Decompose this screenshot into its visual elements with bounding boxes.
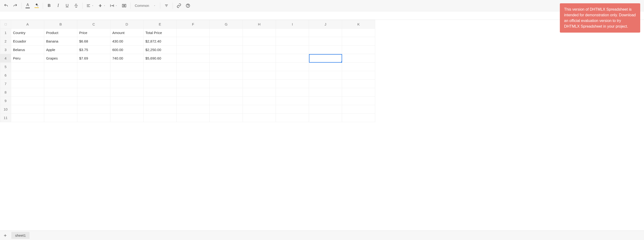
cell[interactable] <box>342 114 375 122</box>
cell[interactable] <box>243 63 276 71</box>
underline-button[interactable]: U <box>63 1 72 10</box>
cell[interactable] <box>144 105 176 114</box>
cell[interactable] <box>77 63 110 71</box>
cell[interactable] <box>342 37 375 46</box>
cell[interactable] <box>176 88 210 97</box>
italic-button[interactable]: I <box>54 1 62 10</box>
strikethrough-button[interactable] <box>72 1 80 10</box>
cell[interactable] <box>44 63 77 71</box>
cell[interactable] <box>110 105 144 114</box>
column-header[interactable]: A <box>11 20 44 28</box>
cell[interactable] <box>44 114 77 122</box>
cell[interactable] <box>309 28 342 37</box>
row-header[interactable]: 6 <box>0 71 11 80</box>
cell[interactable] <box>144 88 176 97</box>
cell[interactable] <box>44 88 77 97</box>
cell[interactable] <box>309 97 342 105</box>
row-header[interactable]: 1 <box>0 28 11 37</box>
cell[interactable] <box>110 88 144 97</box>
cell[interactable] <box>276 80 309 88</box>
cell[interactable] <box>276 114 309 122</box>
cell[interactable]: Banana <box>44 37 77 46</box>
cell[interactable] <box>210 46 243 54</box>
column-header[interactable]: F <box>176 20 210 28</box>
cell[interactable] <box>309 88 342 97</box>
cell[interactable]: Total Price <box>144 28 176 37</box>
cell[interactable]: $3.75 <box>77 46 110 54</box>
cell[interactable] <box>243 97 276 105</box>
cell[interactable] <box>44 97 77 105</box>
cell[interactable] <box>144 97 176 105</box>
cell[interactable] <box>44 71 77 80</box>
bold-button[interactable]: B <box>45 1 54 10</box>
cell[interactable] <box>210 114 243 122</box>
cell[interactable]: $5,690.60 <box>144 54 176 63</box>
cell[interactable]: 430.00 <box>110 37 144 46</box>
column-header[interactable]: I <box>276 20 309 28</box>
help-button[interactable] <box>184 1 192 10</box>
cell[interactable] <box>11 114 44 122</box>
row-header[interactable]: 9 <box>0 97 11 105</box>
cell[interactable] <box>309 105 342 114</box>
cell[interactable] <box>176 80 210 88</box>
cell[interactable] <box>309 46 342 54</box>
cell[interactable] <box>11 71 44 80</box>
formula-bar[interactable] <box>0 11 644 20</box>
cell[interactable]: Product <box>44 28 77 37</box>
column-header[interactable]: E <box>144 20 176 28</box>
cell[interactable] <box>176 63 210 71</box>
cell[interactable] <box>144 71 176 80</box>
cell[interactable]: Price <box>77 28 110 37</box>
cell[interactable] <box>309 71 342 80</box>
cell[interactable] <box>342 46 375 54</box>
fill-color-button[interactable] <box>32 1 41 10</box>
cell[interactable]: Amount <box>110 28 144 37</box>
cell[interactable] <box>210 97 243 105</box>
row-header[interactable]: 3 <box>0 46 11 54</box>
cell[interactable] <box>11 97 44 105</box>
cell[interactable] <box>342 28 375 37</box>
cell[interactable] <box>342 88 375 97</box>
cell[interactable] <box>210 63 243 71</box>
font-color-button[interactable]: A <box>24 1 32 10</box>
cell[interactable] <box>77 114 110 122</box>
cell[interactable] <box>176 28 210 37</box>
cell[interactable]: Apple <box>44 46 77 54</box>
cell[interactable] <box>144 80 176 88</box>
cell[interactable] <box>144 114 176 122</box>
cell[interactable] <box>176 54 210 63</box>
cell[interactable] <box>276 54 309 63</box>
cell[interactable] <box>243 46 276 54</box>
cell[interactable] <box>243 114 276 122</box>
sheet-tab[interactable]: sheet1 <box>11 232 30 239</box>
cell[interactable] <box>276 71 309 80</box>
cell[interactable] <box>276 28 309 37</box>
cell[interactable]: Peru <box>11 54 44 63</box>
cell[interactable] <box>342 105 375 114</box>
column-header[interactable]: B <box>44 20 77 28</box>
redo-button[interactable] <box>11 1 20 10</box>
cell[interactable] <box>309 54 342 63</box>
cell[interactable] <box>276 63 309 71</box>
halign-button[interactable] <box>84 1 96 10</box>
cell[interactable] <box>44 105 77 114</box>
cell[interactable] <box>77 71 110 80</box>
cell[interactable]: $2,250.00 <box>144 46 176 54</box>
cell[interactable] <box>276 46 309 54</box>
select-all-corner[interactable] <box>0 20 11 28</box>
valign-button[interactable] <box>96 1 108 10</box>
cell[interactable] <box>11 88 44 97</box>
cell[interactable] <box>110 114 144 122</box>
cell[interactable]: $6.68 <box>77 37 110 46</box>
cell[interactable] <box>243 80 276 88</box>
cell[interactable] <box>110 97 144 105</box>
cell[interactable] <box>276 97 309 105</box>
cell[interactable] <box>243 105 276 114</box>
cell[interactable]: $2,872.40 <box>144 37 176 46</box>
cell[interactable]: Belarus <box>11 46 44 54</box>
cell[interactable] <box>309 80 342 88</box>
column-header[interactable]: H <box>243 20 276 28</box>
row-header[interactable]: 10 <box>0 105 11 114</box>
row-header[interactable]: 4 <box>0 54 11 63</box>
column-header[interactable]: C <box>77 20 110 28</box>
